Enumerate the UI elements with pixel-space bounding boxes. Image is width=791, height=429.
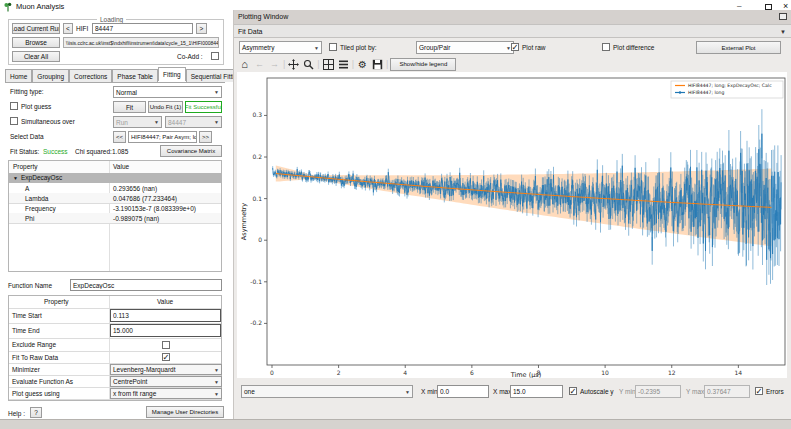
axes-options-icon[interactable] (337, 58, 350, 71)
fit-settings-table: Property Value Time Start Time End Exclu… (8, 295, 222, 401)
settings-gear-icon[interactable]: ⚙ (356, 58, 369, 71)
tiled-plot-label: Tiled plot by: (340, 44, 377, 52)
plot-difference-checkbox[interactable] (602, 43, 610, 51)
dropdown-arrow-icon: ▼ (212, 391, 219, 397)
show-hide-legend-button[interactable]: Show/hide legend (390, 58, 456, 71)
asymmetry-chart[interactable]: 024681012140.30.20.10-0.1-0.2Time (μs)As… (237, 72, 787, 378)
time-start-input[interactable] (110, 309, 221, 322)
plot-guess-using-select[interactable]: x from fit range▼ (110, 388, 222, 399)
next-run-button[interactable]: > (196, 23, 207, 34)
plot-figure[interactable]: 024681012140.30.20.10-0.1-0.2Time (μs)As… (237, 72, 787, 378)
close-button[interactable]: × (783, 2, 788, 10)
setting-label: Evaluate Function As (12, 378, 73, 386)
plotting-window-panel: Plotting Window Fit Data ▼ Asymmetry▼ Ti… (233, 10, 791, 419)
dropdown-arrow-icon: ▼ (312, 45, 319, 51)
function-name-label: Function Name (8, 282, 52, 290)
co-add-checkbox[interactable] (211, 52, 219, 60)
run-number-input[interactable] (92, 23, 193, 34)
fit-button[interactable]: Fit (113, 101, 146, 113)
minimizer-select[interactable]: Levenberg-Marquardt▼ (110, 364, 222, 375)
svg-text:0: 0 (258, 236, 262, 243)
plot-guess-label: Plot guess (21, 103, 51, 111)
help-label: Help : (8, 410, 25, 418)
save-icon[interactable] (371, 58, 384, 71)
param-value[interactable]: 0.293656 (nan) (113, 185, 157, 193)
y-max-input (704, 385, 750, 398)
fit-data-section-header[interactable]: Fit Data ▼ (234, 24, 791, 38)
plotting-window-titlebar[interactable]: Plotting Window (234, 10, 791, 24)
forward-icon[interactable]: → (268, 58, 281, 71)
errors-checkbox[interactable] (755, 387, 763, 395)
plot-type-select[interactable]: Asymmetry▼ (239, 41, 322, 54)
svg-text:0.2: 0.2 (252, 153, 262, 160)
fitting-type-select[interactable]: Normal▼ (113, 86, 222, 98)
x-max-input[interactable] (510, 385, 563, 398)
browse-button[interactable]: Browse (12, 37, 60, 48)
fit-to-raw-checkbox[interactable] (162, 353, 170, 361)
plot-guess-checkbox[interactable] (10, 102, 18, 110)
svg-text:HIFI84447; long: HIFI84447; long (688, 90, 724, 95)
param-value[interactable]: -0.989075 (nan) (113, 215, 159, 223)
param-name: A (25, 185, 29, 193)
tab-grouping[interactable]: Grouping (32, 69, 69, 82)
svg-text:14: 14 (735, 369, 743, 376)
external-plot-button[interactable]: External Plot (696, 41, 781, 54)
float-window-icon[interactable] (779, 13, 787, 20)
tab-bar: Home Grouping Corrections Phase Table Fi… (5, 70, 225, 83)
home-icon[interactable]: ⌂ (238, 58, 251, 71)
previous-run-button[interactable]: < (63, 23, 73, 34)
clear-all-button[interactable]: Clear All (12, 51, 60, 62)
covariance-matrix-button[interactable]: Covariance Matrix (160, 145, 222, 157)
tiled-plot-checkbox[interactable] (329, 43, 337, 51)
value-column-header: Value (157, 298, 173, 306)
app-icon (3, 2, 13, 13)
svg-text:Asymmetry: Asymmetry (240, 203, 248, 241)
param-row[interactable]: Phi -0.989075 (nan) (9, 213, 221, 224)
subplots-icon[interactable] (322, 58, 335, 71)
dataset-select[interactable]: HIFI84447; Pair Asym; long; MA▼ (128, 131, 197, 143)
muon-analysis-panel: Loading Load Current Run < HIFI > Browse… (0, 14, 232, 419)
previous-dataset-button[interactable]: << (113, 131, 126, 143)
expand-triangle-icon[interactable]: ▼ (13, 174, 18, 182)
value-column-header: Value (113, 163, 129, 171)
manage-user-directories-button[interactable]: Manage User Directories (146, 406, 224, 418)
chevron-down-icon[interactable]: ▼ (780, 28, 786, 36)
tab-fitting[interactable]: Fitting (158, 67, 186, 81)
fit-successful-badge: Fit Successful (185, 101, 222, 113)
load-current-run-button[interactable]: Load Current Run (12, 23, 60, 34)
toolbar-separator: | (283, 59, 285, 69)
tab-phase-table[interactable]: Phase Table (112, 69, 158, 82)
fit-status-label: Fit Status: (10, 148, 39, 156)
param-value[interactable]: -3.190153e-7 (8.083399e+0) (113, 205, 196, 213)
x-min-label: X min (421, 388, 438, 396)
property-column-header: Property (44, 298, 69, 306)
svg-text:2: 2 (337, 369, 341, 376)
co-add-label: Co-Add : (177, 53, 203, 61)
muon-analysis-window: Muon Analysis – × Loading Load Current R… (0, 0, 791, 429)
next-dataset-button[interactable]: >> (199, 131, 212, 143)
simultaneous-checkbox[interactable] (10, 117, 18, 125)
exclude-range-checkbox[interactable] (162, 341, 170, 349)
undo-fit-button[interactable]: Undo Fit (1) (148, 101, 183, 113)
tab-corrections[interactable]: Corrections (69, 69, 112, 82)
tiled-by-select[interactable]: Group/Pair▼ (416, 41, 514, 54)
window-title: Muon Analysis (16, 3, 64, 11)
time-end-input[interactable] (110, 324, 221, 337)
back-icon[interactable]: ← (253, 58, 266, 71)
minimize-button[interactable]: – (737, 2, 741, 10)
help-button[interactable]: ? (30, 407, 42, 418)
plot-selection-select[interactable]: one▼ (241, 385, 413, 398)
data-path-field[interactable]: \\isis.cclrc.ac.uk\inst$\ndxhifi\instrum… (63, 37, 219, 48)
function-group-row[interactable]: ▼ ExpDecayOsc (9, 173, 221, 183)
function-name-input[interactable] (70, 279, 222, 291)
autoscale-y-checkbox[interactable] (569, 387, 577, 395)
evaluate-function-as-select[interactable]: CentrePoint▼ (110, 376, 222, 387)
plot-raw-checkbox[interactable] (511, 43, 519, 51)
plot-raw-label: Plot raw (522, 44, 545, 52)
zoom-icon[interactable] (302, 58, 315, 71)
pan-icon[interactable] (287, 58, 300, 71)
errors-label: Errors (766, 388, 784, 396)
x-min-input[interactable] (437, 385, 489, 398)
tab-home[interactable]: Home (5, 69, 32, 82)
param-value[interactable]: 0.047686 (77.233464) (113, 195, 177, 203)
